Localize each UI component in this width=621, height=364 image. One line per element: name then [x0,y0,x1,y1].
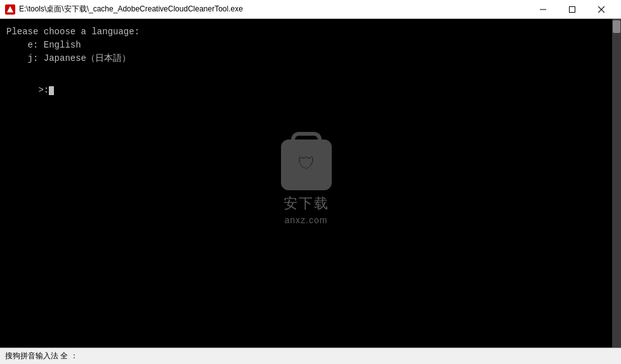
watermark-url: anxz.com [285,214,328,227]
scrollbar-thumb[interactable] [613,20,620,33]
svg-rect-0 [540,9,546,10]
console-line-2: Please choose a language: [6,25,606,39]
cursor [49,86,54,95]
console-prompt: >: [6,70,606,110]
console-scrollbar[interactable] [612,19,621,348]
watermark-shield-icon: 🛡 [297,152,315,178]
console-line-4: e: English [6,39,606,52]
close-button[interactable] [587,0,616,19]
statusbar: 搜狗拼音输入法 全 ： [0,348,621,364]
watermark-bag-icon: 🛡 [281,140,332,190]
svg-rect-1 [570,6,575,12]
window-title: E:\tools\桌面\安下载\_cache_AdobeCreativeClou… [19,4,523,15]
app-icon [5,4,15,15]
titlebar: E:\tools\桌面\安下载\_cache_AdobeCreativeClou… [0,0,621,19]
maximize-button[interactable] [558,0,587,19]
console-area[interactable]: Please choose a language: e: English j: … [0,19,612,348]
window-controls [528,0,616,19]
prompt-symbol: >: [38,85,49,95]
watermark-chinese-text: 安下载 [284,193,329,214]
console-line-5: j: Japanese（日本語） [6,52,606,65]
minimize-button[interactable] [528,0,558,19]
window-body: Please choose a language: e: English j: … [0,19,621,348]
watermark: 🛡 安下载 anxz.com [281,140,332,227]
ime-status: 搜狗拼音输入法 全 ： [5,351,78,361]
